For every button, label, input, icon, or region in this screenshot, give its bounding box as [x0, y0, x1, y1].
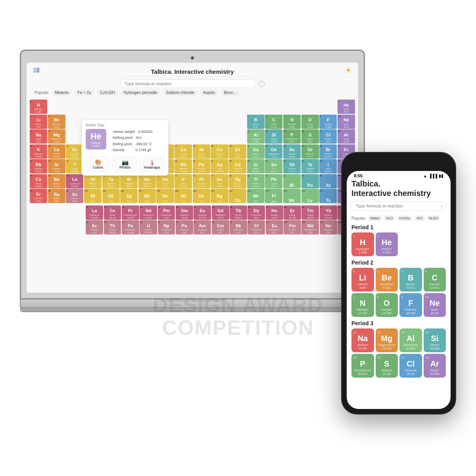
el-Pm[interactable]: 61PmPromethium[145] [158, 205, 175, 220]
el-He[interactable]: 2HeHelium4.003 [338, 100, 355, 114]
el-Na[interactable]: 11NaSodium22.99 [30, 129, 47, 144]
el-Mt[interactable]: 109Mt[278] [175, 189, 192, 203]
phone-el-Cl[interactable]: 17ClChlorine35.45 [399, 354, 422, 378]
phone-tag-water[interactable]: Water [368, 215, 382, 221]
phone-el-B[interactable]: 5BBoron10.81 [399, 268, 422, 292]
el-Sr[interactable]: 38SrStrontium87.62 [48, 159, 65, 173]
el-C[interactable]: 6CCarbon12.011 [265, 115, 282, 129]
el-Pb[interactable]: 82PbLead207.2 [265, 174, 282, 188]
el-Pd[interactable]: 46PdPalladium106.42 [193, 159, 210, 173]
el-Ts[interactable]: 117Ts [319, 189, 337, 203]
el-Th[interactable]: 90ThThorium232.038 [104, 220, 121, 234]
el-Yb[interactable]: 70YbYtterbium173.045 [320, 205, 337, 220]
el-Ag[interactable]: 47AgSilver107.868 [211, 159, 228, 173]
el-Rg[interactable]: 111Rg[281] [211, 189, 228, 203]
phone-tag-h2o[interactable]: H₂O [384, 215, 395, 221]
el-Lv[interactable]: 116Lv [301, 189, 319, 203]
popular-tag-ethanol[interactable]: C₂H₅OH [97, 90, 118, 96]
el-Co[interactable]: 27CoCobalt58.933 [175, 144, 192, 159]
heatmaps-btn[interactable]: 🌡️Heatmaps [140, 156, 164, 172]
el-Cu[interactable]: 29CuCopper63.546 [211, 144, 228, 159]
el-Bi[interactable]: 83Bi [283, 174, 301, 188]
el-Pt[interactable]: 78PtPlatinum195.084 [193, 174, 210, 188]
phone-el-Ne[interactable]: 10NeNeon20.18 [424, 293, 446, 317]
el-Se[interactable]: 34SeSelenium78.971 [301, 144, 319, 159]
el-Am[interactable]: 95AmAmericium[243] [194, 220, 211, 234]
el-Ar[interactable]: 18ArArgon39.948 [338, 129, 355, 144]
popular-tag-benz[interactable]: Benz... [221, 90, 239, 96]
el-La[interactable]: 57LaLanthanum138.905 [66, 174, 83, 188]
el-Tl[interactable]: 81TlThallium204.38 [247, 174, 265, 188]
phone-el-C[interactable]: 6CCarbon12.011 [424, 268, 446, 292]
el-As[interactable]: 33AsArsenic74.922 [283, 144, 301, 159]
phone-el-S[interactable]: 16SSulphur32.06 [376, 354, 398, 378]
el-Li[interactable]: 3LiLithium6.94 [30, 115, 47, 129]
phone-search-input[interactable] [351, 201, 446, 211]
phone-el-P[interactable]: 15PPhosphorus30.974 [351, 354, 374, 378]
popular-tag-nacl[interactable]: Sodium chloride [163, 90, 198, 96]
el-Fm[interactable]: 100FmFermium[257] [284, 220, 301, 234]
el-Te[interactable]: 52TeTellurium127.6 [301, 159, 319, 173]
el-Ta[interactable]: 73TaTantalum180.948 [102, 174, 120, 188]
el-Sm[interactable]: 62SmSamarium150.36 [176, 205, 193, 220]
el-Ba[interactable]: 56BaBarium137.327 [48, 174, 65, 188]
el-Ga[interactable]: 31GaGallium69.723 [247, 144, 265, 159]
help-icon[interactable]: ? [258, 81, 265, 87]
phone-tag-hcl[interactable]: HCl [414, 215, 425, 221]
el-Cs[interactable]: 55CsCesium132.905 [30, 174, 47, 188]
el-Es[interactable]: 99EsEinsteinium[252] [266, 220, 283, 234]
popular-tag-fe[interactable]: Fe + O₂ [74, 90, 94, 96]
phone-el-N[interactable]: 7NNitrogen14.007 [351, 293, 374, 317]
el-Be[interactable]: 4BeBeryllium9.012 [48, 115, 65, 129]
el-Np[interactable]: 93NpNeptunium[237] [158, 220, 175, 234]
el-Ac2[interactable]: 89AcActinium[227] [86, 220, 103, 234]
sun-icon[interactable] [345, 67, 352, 75]
phone-help-icon[interactable]: ? [440, 205, 443, 209]
el-Ho[interactable]: 67HoHolmium164.93 [266, 205, 283, 220]
el-S[interactable]: 16SSulphur32.06 [301, 129, 319, 144]
el-Nh[interactable]: 113Nh[286] [247, 189, 265, 203]
phone-el-He[interactable]: 2HeHelium4.003 [376, 232, 398, 256]
el-Hg[interactable]: 80HgMercury200.592 [229, 174, 246, 188]
popular-tag-h2o2[interactable]: Hydrogen peroxide [121, 90, 161, 96]
el-Ds[interactable]: 110Ds[281] [193, 189, 210, 203]
phone-el-F[interactable]: 9FFluorine18.998 [399, 293, 422, 317]
el-H[interactable]: 1HHydrogen1.008 [30, 100, 47, 114]
el-Os[interactable]: 76OsOsmium190.23 [156, 174, 174, 188]
phone-el-Be[interactable]: 4BeBeryllium9.012 [376, 268, 398, 292]
el-O[interactable]: 8OOxygen15.999 [301, 115, 319, 129]
el-Tb[interactable]: 65TbTerbium158.925 [230, 205, 247, 220]
el-Si[interactable]: 14SiSilicon28.085 [265, 129, 282, 144]
el-Cm[interactable]: 96CmCurium[247] [212, 220, 229, 234]
he-element-big[interactable]: He Helium 4.003 [86, 129, 106, 150]
el-Db[interactable]: 105Db[268] [102, 189, 120, 203]
el-U[interactable]: 92UUranium238.029 [140, 220, 157, 234]
phone-el-Al[interactable]: 13AlAluminium26.982 [399, 328, 422, 352]
el-No[interactable]: 102NoNobelium[259] [320, 220, 337, 234]
el-La2[interactable]: 57LaLanthanum138.905 [86, 205, 103, 220]
el-F[interactable]: 9FFluorine18.998 [319, 115, 337, 129]
el-Al[interactable]: 13AlAluminium26.982 [247, 129, 265, 144]
el-Po[interactable]: 84Po [301, 174, 319, 188]
phone-el-Si[interactable]: 14SiSilicon28.085 [424, 328, 446, 352]
el-Bh[interactable]: 107Bh[270] [138, 189, 156, 203]
el-Br[interactable]: 35BrBromine79.904 [319, 144, 337, 159]
popular-tag-aspirin[interactable]: Aspirin [200, 90, 219, 96]
el-Y[interactable]: 39YYttrium88.906 [66, 159, 83, 173]
el-In[interactable]: 49InIndium114.818 [247, 159, 265, 173]
el-Hs[interactable]: 108Hs[270] [156, 189, 174, 203]
phone-tag-h2so4[interactable]: H₂SO₄ [397, 215, 413, 221]
el-Rf[interactable]: 104Rf[267] [84, 189, 102, 203]
el-Hf[interactable]: 72HfHafnium178.49 [84, 174, 102, 188]
el-Pu[interactable]: 94PuPlutonium[244] [176, 220, 193, 234]
el-Sg[interactable]: 106Sg[269] [120, 189, 138, 203]
el-Fl[interactable]: 114Fl[289] [265, 189, 282, 203]
el-Pr[interactable]: 59PrPraseodymium140.908 [122, 205, 139, 220]
el-Sb[interactable]: 51SbAntimony121.76 [283, 159, 301, 173]
el-Ra[interactable]: 88RaRadium[226] [48, 189, 65, 203]
el-Mg[interactable]: 12MgMagnesium24.305 [48, 129, 65, 144]
colors-btn[interactable]: 🎨Colors [86, 156, 110, 172]
photos-btn[interactable]: 📷Photos [113, 156, 137, 172]
el-Ce[interactable]: 58CeCerium140.116 [104, 205, 121, 220]
el-Pa[interactable]: 91PaProtoactinium231.036 [122, 220, 139, 234]
